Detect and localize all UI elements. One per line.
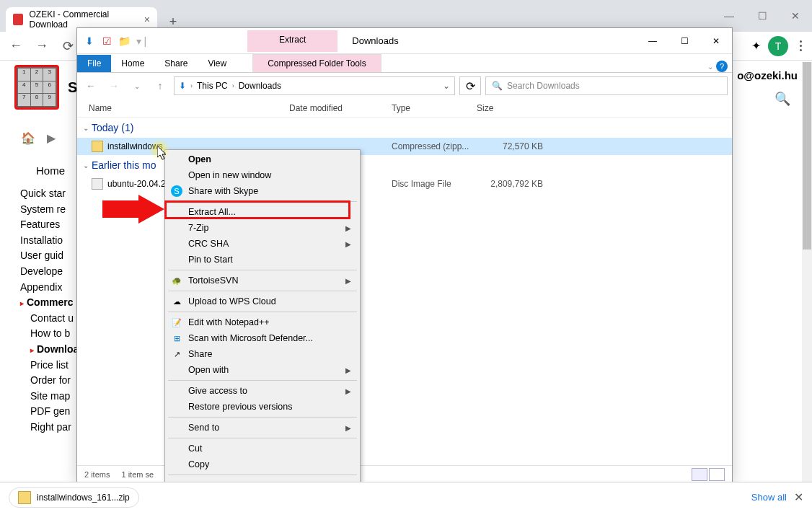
group-label: Earlier this mo [92,159,156,171]
ctx-separator [168,475,357,475]
nav-item[interactable]: User guid [20,248,79,264]
page-scrollbar[interactable] [802,62,812,482]
ribbon-tab-view[interactable]: View [198,55,237,72]
ctx-7zip[interactable]: 7-Zip▶ [167,220,358,236]
home-icon[interactable]: 🏠 [20,130,36,146]
nav-up-button[interactable]: ↑ [151,76,169,95]
nav-sub-item[interactable]: PDF gen [30,404,79,420]
submenu-arrow-icon: ▶ [345,366,351,374]
group-header-today[interactable]: ⌄ Today (1) [77,118,732,138]
profile-avatar[interactable]: T [768,36,788,56]
ctx-scan-defender[interactable]: ⊞Scan with Microsoft Defender... [167,330,358,346]
breadcrumb-segment[interactable]: Downloads [239,81,281,91]
explorer-minimize-button[interactable]: — [637,30,668,52]
nav-item[interactable]: System re [20,202,79,218]
search-input[interactable]: 🔍 Search Downloads [485,76,728,95]
view-icons-button[interactable] [709,468,725,481]
chevron-down-icon: ⌄ [83,162,89,169]
chevron-right-icon[interactable]: › [190,82,193,89]
nav-sub-item[interactable]: Site map [30,389,79,405]
checkbox-icon[interactable]: ☑ [100,35,113,48]
recent-locations-button[interactable]: ⌄ [128,76,146,95]
extensions-icon[interactable]: ✦ [751,39,761,53]
nav-item-commercial[interactable]: Commerc [20,295,79,311]
nav-forward-button[interactable]: → [105,76,123,95]
down-arrow-icon[interactable]: ⬇ [83,35,96,48]
ctx-open-new-window[interactable]: Open in new window [167,167,358,183]
reload-button[interactable]: ⟳ [58,36,78,56]
ctx-label: Share with Skype [188,186,258,196]
ctx-share-skype[interactable]: SShare with Skype [167,183,358,199]
nav-item[interactable]: Quick star [20,186,79,202]
column-size[interactable]: Size [472,103,544,113]
ctx-send-to[interactable]: Send to▶ [167,420,358,436]
ribbon-tab-file[interactable]: File [77,55,111,72]
ctx-open-with[interactable]: Open with▶ [167,362,358,378]
ctx-label: Open with [188,365,229,375]
ctx-open[interactable]: Open [167,151,358,167]
nav-item-downloads[interactable]: Downloa [30,342,79,358]
play-icon[interactable]: ▶ [43,130,59,146]
refresh-button[interactable]: ⟳ [459,76,481,95]
breadcrumb-path[interactable]: ⬇ › This PC › Downloads ⌄ [174,76,455,95]
column-date[interactable]: Date modified [285,103,387,113]
ctx-restore-versions[interactable]: Restore previous versions [167,399,358,415]
download-shelf: installwindows_161...zip Show all ✕ [0,482,812,512]
close-window-button[interactable]: ✕ [779,4,812,27]
kebab-menu-icon[interactable] [795,36,806,56]
nav-sub-item[interactable]: Right par [30,420,79,436]
ctx-crc-sha[interactable]: CRC SHA▶ [167,236,358,252]
close-shelf-button[interactable]: ✕ [794,490,803,504]
column-type[interactable]: Type [387,103,472,113]
ctx-pin-to-start[interactable]: Pin to Start [167,252,358,268]
minimize-button[interactable]: — [712,4,746,27]
annotation-red-arrow [102,195,164,224]
address-bar: ← → ⌄ ↑ ⬇ › This PC › Downloads ⌄ ⟳ 🔍 Se… [77,73,732,99]
maximize-button[interactable]: ☐ [746,4,779,27]
contextual-tab-extract[interactable]: Extract [247,30,337,52]
forward-button[interactable]: → [32,36,52,56]
back-button[interactable]: ← [6,36,26,56]
explorer-close-button[interactable]: ✕ [700,30,732,52]
tab-close-icon[interactable]: × [144,14,150,25]
ribbon-tab-share[interactable]: Share [154,55,198,72]
ctx-give-access[interactable]: Give access to▶ [167,383,358,399]
home-label[interactable]: Home [36,164,65,177]
nav-sub-item[interactable]: Contact u [30,311,79,327]
help-icon[interactable]: ? [716,61,728,72]
path-dropdown-icon[interactable]: ⌄ [443,81,450,91]
ctx-upload-wps[interactable]: ☁Upload to WPS Cloud [167,293,358,309]
breadcrumb-segment[interactable]: This PC [197,81,228,91]
ribbon-tab-home[interactable]: Home [111,55,154,72]
ctx-edit-notepadpp[interactable]: 📝Edit with Notepad++ [167,314,358,330]
nav-sub-item[interactable]: How to b [30,326,79,342]
contact-email[interactable]: o@ozeki.hu [737,69,798,81]
ctx-tortoisesvn[interactable]: 🐢TortoiseSVN▶ [167,273,358,288]
explorer-titlebar[interactable]: ⬇ ☑ 📁 ▾ | Extract Downloads — ☐ ✕ [77,28,732,54]
nav-item[interactable]: Installatio [20,233,79,249]
scrollbar-thumb[interactable] [803,62,811,250]
quick-access-toolbar: ⬇ ☑ 📁 ▾ | [77,35,154,48]
folder-icon[interactable]: 📁 [118,35,131,48]
nav-item[interactable]: Develope [20,264,79,280]
download-item[interactable]: installwindows_161...zip [9,487,139,508]
nav-sub-item[interactable]: Price list [30,358,79,374]
nav-item[interactable]: Features [20,217,79,233]
ribbon-expand-icon[interactable]: ⌄ [707,63,713,71]
ctx-cut[interactable]: Cut [167,441,358,456]
nav-item[interactable]: Appendix [20,280,79,296]
show-all-downloads-button[interactable]: Show all [751,492,787,503]
ribbon-tab-compressed-tools[interactable]: Compressed Folder Tools [252,54,381,72]
nav-sub-item[interactable]: Order for [30,373,79,389]
zip-file-icon [92,141,103,152]
nav-back-button[interactable]: ← [81,76,100,95]
ctx-share[interactable]: ↗Share [167,346,358,362]
ctx-extract-all[interactable]: Extract All... [167,204,358,220]
qat-dropdown-icon[interactable]: ▾ | [135,35,148,48]
column-name[interactable]: Name [84,103,285,113]
explorer-maximize-button[interactable]: ☐ [668,30,700,52]
ctx-copy[interactable]: Copy [167,456,358,472]
search-icon[interactable]: 🔍 [775,91,790,107]
view-details-button[interactable] [692,468,707,481]
chevron-right-icon[interactable]: › [232,82,234,89]
